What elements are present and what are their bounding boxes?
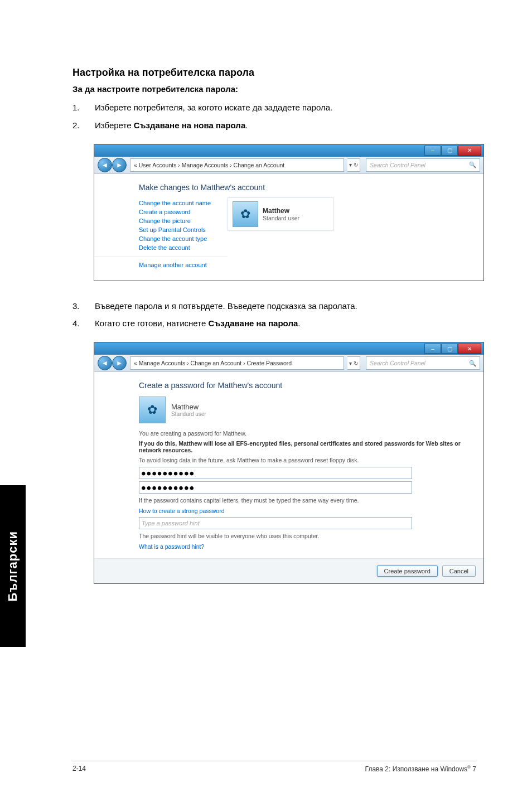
- minimize-button[interactable]: –: [424, 344, 441, 354]
- window-titlebar: – ▢ ✕: [94, 342, 483, 355]
- close-button[interactable]: ✕: [458, 146, 481, 156]
- section-title: Настройка на потребителска парола: [72, 67, 476, 79]
- breadcrumb-dropdown[interactable]: ▾ ↻: [347, 158, 360, 172]
- link-strong-password[interactable]: How to create a strong password: [139, 508, 225, 514]
- create-password-button[interactable]: Create password: [377, 566, 438, 577]
- step-num: 2.: [72, 119, 95, 132]
- link-manage-another[interactable]: Manage another account: [139, 262, 211, 268]
- close-button[interactable]: ✕: [458, 344, 481, 354]
- floppy-advice: To avoid losing data in the future, ask …: [139, 457, 467, 463]
- step-1: 1. Изберете потребителя, за когото искат…: [72, 102, 476, 114]
- step-bold: Създаване на нова парола: [134, 120, 246, 130]
- page-heading: Make changes to Matthew's account: [139, 183, 467, 192]
- window-body: Create a password for Matthew's account …: [94, 372, 483, 558]
- step-text: Изберете Създаване на нова парола.: [95, 119, 248, 132]
- back-button[interactable]: ◄: [98, 158, 112, 172]
- search-icon: 🔍: [469, 161, 476, 168]
- step-num: 4.: [72, 317, 95, 330]
- cancel-button[interactable]: Cancel: [442, 566, 476, 577]
- search-input[interactable]: Search Control Panel 🔍: [366, 356, 480, 370]
- breadcrumb[interactable]: « User Accounts › Manage Accounts › Chan…: [130, 158, 344, 172]
- divider: [94, 257, 228, 257]
- step-text: Когато сте готови, натиснете Създаване н…: [95, 317, 300, 330]
- avatar-icon: ✿: [233, 201, 258, 227]
- link-create-password[interactable]: Create a password: [139, 209, 211, 215]
- forward-button[interactable]: ►: [112, 356, 127, 370]
- step-3: 3. Въведете парола и я потвърдете. Въвед…: [72, 300, 476, 312]
- language-label: Български: [6, 531, 20, 601]
- step-num: 3.: [72, 300, 95, 312]
- avatar-icon: ✿: [139, 397, 166, 423]
- footer-page-number: 2-14: [72, 765, 86, 773]
- back-button[interactable]: ◄: [98, 356, 112, 370]
- user-name: Matthew: [171, 403, 206, 411]
- user-summary: ✿ Matthew Standard user: [139, 397, 467, 423]
- user-type: Standard user: [171, 411, 206, 417]
- link-change-picture[interactable]: Change the picture: [139, 218, 211, 224]
- new-password-field[interactable]: ●●●●●●●●●●: [139, 467, 412, 479]
- footer-chapter-suffix: 7: [471, 765, 476, 773]
- screenshot-create-password: – ▢ ✕ ◄ ► « Manage Accounts › Change an …: [94, 342, 484, 584]
- nav-arrows: ◄ ►: [98, 356, 127, 370]
- step-num: 1.: [72, 102, 95, 114]
- footer-chapter-text: Глава 2: Използване на Windows: [365, 765, 468, 773]
- hint-visibility-note: The password hint will be visible to eve…: [139, 533, 467, 539]
- link-delete-account[interactable]: Delete the account: [139, 244, 211, 251]
- window-body: Make changes to Matthew's account Change…: [94, 174, 483, 281]
- step-4: 4. Когато сте готови, натиснете Създаван…: [72, 317, 476, 330]
- breadcrumb[interactable]: « Manage Accounts › Change an Account › …: [130, 356, 344, 370]
- search-placeholder: Search Control Panel: [370, 162, 425, 168]
- search-placeholder: Search Control Panel: [370, 360, 425, 366]
- caps-note: If the password contains capital letters…: [139, 497, 467, 504]
- user-type: Standard user: [263, 215, 299, 221]
- steps-list-1: 1. Изберете потребителя, за когото искат…: [72, 102, 476, 132]
- footer-chapter: Глава 2: Използване на Windows® 7: [365, 765, 476, 773]
- step-pre: Изберете: [95, 120, 134, 130]
- maximize-button[interactable]: ▢: [441, 344, 458, 354]
- dialog-button-row: Create password Cancel: [94, 558, 483, 583]
- language-side-tab: Български: [0, 485, 26, 647]
- minimize-button[interactable]: –: [424, 146, 441, 156]
- link-change-type[interactable]: Change the account type: [139, 235, 211, 242]
- maximize-button[interactable]: ▢: [441, 146, 458, 156]
- step-post: .: [298, 318, 300, 328]
- navigation-bar: ◄ ► « User Accounts › Manage Accounts › …: [94, 157, 483, 174]
- window-titlebar: – ▢ ✕: [94, 144, 483, 157]
- steps-list-2: 3. Въведете парола и я потвърдете. Въвед…: [72, 300, 476, 330]
- nav-arrows: ◄ ►: [98, 158, 127, 172]
- search-icon: 🔍: [469, 360, 476, 367]
- step-pre: Когато сте готови, натиснете: [95, 318, 208, 328]
- link-parental-controls[interactable]: Set up Parental Controls: [139, 226, 211, 233]
- link-what-is-hint[interactable]: What is a password hint?: [139, 543, 204, 550]
- page-footer: 2-14 Глава 2: Използване на Windows® 7: [72, 761, 476, 773]
- step-2: 2. Изберете Създаване на нова парола.: [72, 119, 476, 132]
- breadcrumb-dropdown[interactable]: ▾ ↻: [347, 356, 360, 370]
- efs-warning: If you do this, Matthew will lose all EF…: [139, 440, 467, 453]
- search-input[interactable]: Search Control Panel 🔍: [366, 158, 480, 172]
- step-bold: Създаване на парола: [208, 318, 298, 328]
- user-card: ✿ Matthew Standard user: [228, 197, 333, 231]
- forward-button[interactable]: ►: [112, 158, 127, 172]
- step-text: Изберете потребителя, за когото искате д…: [95, 102, 332, 114]
- navigation-bar: ◄ ► « Manage Accounts › Change an Accoun…: [94, 355, 483, 372]
- password-hint-field[interactable]: Type a password hint: [139, 517, 412, 529]
- link-change-name[interactable]: Change the account name: [139, 200, 211, 206]
- user-name: Matthew: [263, 207, 299, 215]
- action-link-list: Change the account name Create a passwor…: [139, 197, 211, 270]
- step-text: Въведете парола и я потвърдете. Въведете…: [95, 300, 357, 312]
- confirm-password-field[interactable]: ●●●●●●●●●●: [139, 481, 412, 494]
- window-buttons: – ▢ ✕: [424, 344, 481, 354]
- page-heading: Create a password for Matthew's account: [139, 381, 467, 390]
- section-subtitle: За да настроите потребителска парола:: [72, 84, 476, 94]
- screenshot-change-account: – ▢ ✕ ◄ ► « User Accounts › Manage Accou…: [94, 144, 484, 281]
- step-post: .: [245, 120, 248, 130]
- creating-note: You are creating a password for Matthew.: [139, 430, 467, 437]
- window-buttons: – ▢ ✕: [424, 146, 481, 156]
